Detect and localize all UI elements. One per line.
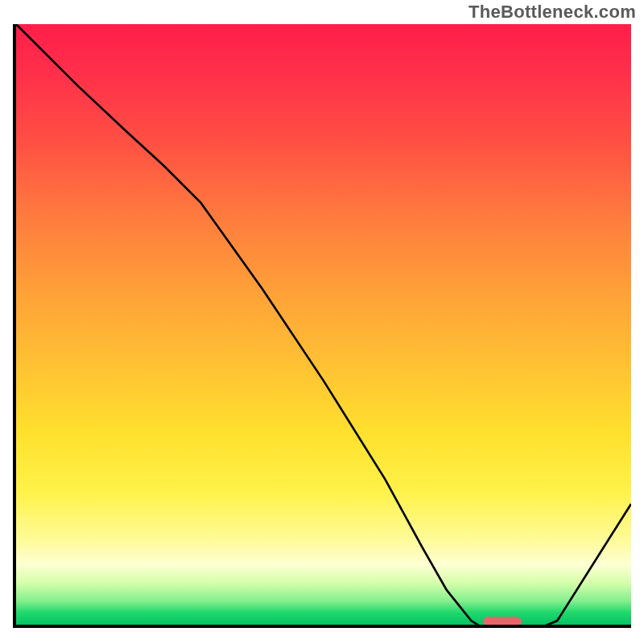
chart-container: TheBottleneck.com: [0, 0, 644, 644]
sweet-spot-marker: [483, 617, 522, 626]
plot-area: [13, 24, 631, 628]
curve-svg: [16, 24, 631, 628]
watermark-label: TheBottleneck.com: [469, 2, 636, 23]
bottleneck-curve: [16, 24, 631, 628]
